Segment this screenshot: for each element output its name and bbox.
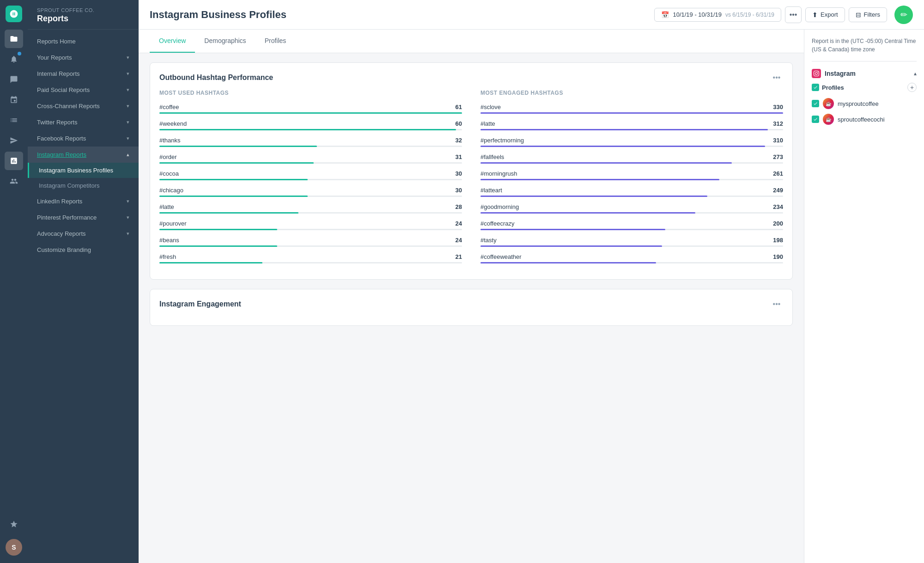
profile-row[interactable]: ☕ mysproutcoffee	[812, 96, 917, 111]
platform-label: Instagram	[825, 70, 856, 77]
hashtag-row: #cocoa 30	[159, 170, 462, 180]
sidebar-item-instagram[interactable]: Instagram Reports ▴	[28, 147, 139, 163]
sidebar-header: Sprout Coffee Co. Reports	[28, 0, 139, 30]
nav-icon-chart[interactable]	[5, 152, 23, 170]
profile-checkbox[interactable]	[812, 100, 819, 107]
hashtag-table: Most Used Hashtags #coffee 61 #weekend 6…	[150, 90, 792, 279]
compose-button[interactable]: ✏	[894, 6, 913, 24]
filters-icon: ⊟	[856, 11, 861, 18]
add-profile-button[interactable]: +	[907, 83, 917, 92]
chevron-down-icon: ▾	[127, 119, 129, 125]
sidebar-item-linkedin[interactable]: LinkedIn Reports ▾	[28, 193, 139, 209]
chevron-up-icon: ▴	[127, 152, 129, 158]
sidebar-item-reports-home[interactable]: Reports Home	[28, 33, 139, 49]
sidebar-item-customize[interactable]: Customize Branding	[28, 242, 139, 258]
sidebar-item-pinterest[interactable]: Pinterest Performance ▾	[28, 209, 139, 226]
hashtag-row: #latteart 249	[480, 187, 783, 197]
chevron-down-icon: ▾	[127, 231, 129, 237]
nav-icon-pin[interactable]	[5, 91, 23, 109]
hashtag-row: #chicago 30	[159, 187, 462, 197]
chevron-down-icon: ▾	[127, 71, 129, 77]
hashtag-row: #coffee 61	[159, 104, 462, 114]
notification-badge	[18, 52, 21, 55]
cards-container: Outbound Hashtag Performance ••• Most Us…	[139, 53, 804, 344]
chevron-down-icon: ▾	[127, 214, 129, 220]
sidebar: Sprout Coffee Co. Reports Reports Home Y…	[28, 0, 139, 563]
hashtag-row: #beans 24	[159, 237, 462, 247]
main-panel: Overview Demographics Profiles Outbound …	[139, 30, 804, 563]
top-bar: Instagram Business Profiles 📅 10/1/19 - …	[139, 0, 924, 30]
card2-header: Instagram Engagement •••	[150, 289, 792, 316]
nav-icon-list[interactable]	[5, 111, 23, 129]
engaged-hashtags-list: #sclove 330 #latte 312 #perfectmorning 3…	[480, 104, 783, 263]
hashtag-row: #fallfeels 273	[480, 153, 783, 164]
profile-avatar: ☕	[823, 98, 834, 109]
top-bar-actions: 📅 10/1/19 - 10/31/19 vs 6/15/19 - 6/31/1…	[654, 6, 913, 24]
platform-chevron-up[interactable]: ▴	[914, 70, 917, 77]
hashtag-row: #weekend 60	[159, 120, 462, 130]
hashtag-row: #goodmorning 234	[480, 203, 783, 214]
hashtag-row: #fresh 21	[159, 253, 462, 263]
sidebar-item-facebook[interactable]: Facebook Reports ▾	[28, 130, 139, 147]
most-engaged-col: Most Engaged Hashtags #sclove 330 #latte…	[480, 90, 783, 270]
more-options-button[interactable]: •••	[785, 6, 802, 23]
primary-date: 10/1/19 - 10/31/19	[673, 11, 722, 18]
chevron-down-icon: ▾	[127, 55, 129, 61]
date-range-button[interactable]: 📅 10/1/19 - 10/31/19 vs 6/15/19 - 6/31/1…	[654, 8, 781, 22]
sidebar-item-paid-social[interactable]: Paid Social Reports ▾	[28, 82, 139, 98]
content-area: Overview Demographics Profiles Outbound …	[139, 30, 924, 563]
hashtag-row: #coffeeweather 190	[480, 253, 783, 263]
hashtag-row: #latte 28	[159, 203, 462, 214]
sidebar-subitem-instagram-business[interactable]: Instagram Business Profiles	[28, 163, 139, 178]
hashtag-row: #perfectmorning 310	[480, 137, 783, 147]
sidebar-item-twitter[interactable]: Twitter Reports ▾	[28, 114, 139, 130]
nav-icon-bell[interactable]	[5, 50, 23, 68]
sidebar-section-title: Reports	[37, 14, 129, 24]
sidebar-item-internal-reports[interactable]: Internal Reports ▾	[28, 66, 139, 82]
sidebar-item-your-reports[interactable]: Your Reports ▾	[28, 49, 139, 66]
sidebar-subitem-instagram-competitors[interactable]: Instagram Competitors	[28, 178, 139, 193]
sidebar-item-cross-channel[interactable]: Cross-Channel Reports ▾	[28, 98, 139, 114]
page-title: Instagram Business Profiles	[150, 9, 286, 21]
used-hashtags-list: #coffee 61 #weekend 60 #thanks 32 #order…	[159, 104, 462, 263]
profile-checkbox[interactable]	[812, 116, 819, 123]
nav-icon-folder[interactable]	[5, 30, 23, 48]
export-button[interactable]: ⬆ Export	[805, 7, 845, 22]
profiles-header: Profiles +	[812, 83, 917, 92]
export-icon: ⬆	[812, 11, 818, 18]
card-header: Outbound Hashtag Performance •••	[150, 63, 792, 90]
tab-profiles[interactable]: Profiles	[255, 30, 296, 53]
filters-button[interactable]: ⊟ Filters	[849, 7, 887, 22]
timezone-note: Report is in the (UTC -05:00) Central Ti…	[812, 37, 917, 61]
logo-icon[interactable]	[6, 6, 22, 22]
profiles-checkbox[interactable]	[812, 84, 819, 91]
platform-header: Instagram ▴	[812, 69, 917, 78]
nav-icon-send[interactable]	[5, 131, 23, 150]
more-icon: •••	[790, 11, 797, 19]
nav-icon-message[interactable]	[5, 70, 23, 89]
sidebar-item-advocacy[interactable]: Advocacy Reports ▾	[28, 226, 139, 242]
user-avatar[interactable]: S	[6, 539, 22, 556]
nav-icon-star[interactable]	[5, 515, 23, 533]
profile-row[interactable]: ☕ sproutcoffeecochi	[812, 111, 917, 127]
profile-name: sproutcoffeecochi	[838, 116, 885, 123]
col-header-engaged: Most Engaged Hashtags	[480, 90, 783, 96]
hashtag-row: #thanks 32	[159, 137, 462, 147]
hashtag-row: #sclove 330	[480, 104, 783, 114]
nav-icon-people[interactable]	[5, 172, 23, 190]
tab-overview[interactable]: Overview	[150, 30, 195, 53]
hashtag-row: #tasty 198	[480, 237, 783, 247]
company-name: Sprout Coffee Co.	[37, 7, 129, 13]
hashtag-performance-card: Outbound Hashtag Performance ••• Most Us…	[150, 62, 793, 280]
chevron-down-icon: ▾	[127, 87, 129, 93]
right-panel: Report is in the (UTC -05:00) Central Ti…	[804, 30, 924, 563]
calendar-icon: 📅	[661, 11, 669, 18]
profiles-label-row: Profiles	[812, 84, 844, 91]
card-menu-button[interactable]: •••	[770, 71, 783, 84]
platform-name-row: Instagram	[812, 69, 856, 78]
chevron-down-icon: ▾	[127, 103, 129, 109]
card2-menu-button[interactable]: •••	[770, 298, 783, 311]
tab-demographics[interactable]: Demographics	[195, 30, 255, 53]
compose-icon: ✏	[900, 10, 907, 20]
instagram-engagement-card: Instagram Engagement •••	[150, 289, 793, 326]
